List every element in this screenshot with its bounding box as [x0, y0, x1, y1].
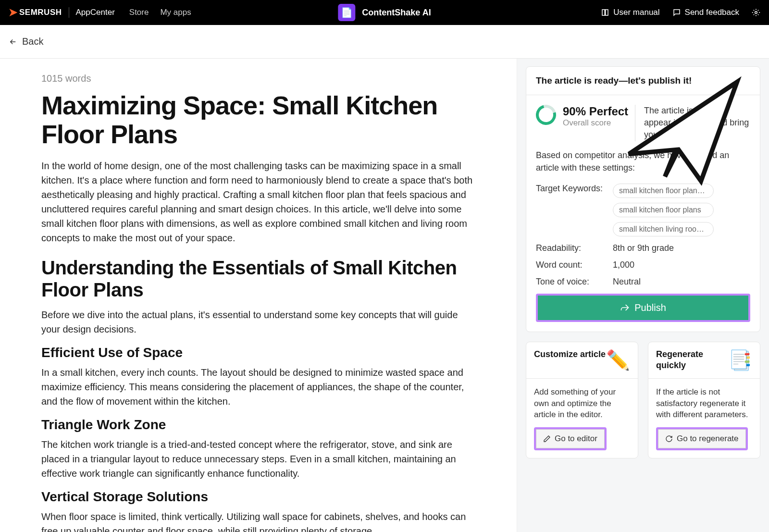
word-count: 1015 words [41, 73, 498, 84]
editor-btn-highlight: Go to editor [534, 427, 607, 450]
chat-icon [672, 8, 681, 17]
divider [69, 7, 69, 18]
keywords-label: Target Keywords: [536, 184, 613, 236]
score-ring-icon [532, 101, 559, 128]
publish-label: Publish [634, 302, 666, 313]
regenerate-body: If the article is not satisfactory regen… [648, 379, 760, 458]
readability-value: 8th or 9th grade [613, 243, 674, 253]
nav-store[interactable]: Store [129, 8, 149, 17]
flame-icon: ➤ [9, 6, 17, 19]
app-name: ContentShake AI [362, 8, 431, 18]
publish-highlight: Publish [536, 294, 750, 322]
regenerate-header: Regenerate quickly 📑 [648, 342, 760, 379]
tone-label: Tone of voice: [536, 277, 613, 287]
regenerate-card: Regenerate quickly 📑 If the article is n… [648, 342, 760, 458]
customize-header: Customize article ✏️ [526, 342, 638, 379]
customize-desc: Add something of your own and optimize t… [534, 386, 630, 421]
book-icon [601, 8, 609, 17]
go-to-regenerate-button[interactable]: Go to regenerate [658, 429, 746, 448]
customize-title: Customize article [534, 349, 606, 360]
gear-icon[interactable] [752, 8, 760, 17]
paper-plane-icon [611, 64, 755, 214]
keyword-tag[interactable]: small kitchen living room … [613, 222, 714, 236]
pages-icon: 📑 [728, 349, 752, 371]
feedback-label: Send feedback [685, 8, 739, 17]
app-icon: 📄 [338, 4, 355, 21]
ready-card: The article is ready—let's publish it! 9… [526, 66, 760, 332]
sidebar: The article is ready—let's publish it! 9… [519, 59, 769, 532]
back-button[interactable]: Back [9, 36, 43, 47]
heading-triangle: Triangle Work Zone [41, 417, 498, 433]
edit-icon [543, 435, 551, 443]
user-manual-link[interactable]: User manual [601, 8, 659, 17]
wordcount-label: Word count: [536, 260, 613, 270]
editor-btn-label: Go to editor [555, 434, 597, 444]
para-4: When floor space is limited, think verti… [41, 509, 474, 532]
arrow-left-icon [9, 37, 17, 46]
tone-value: Neutral [613, 277, 641, 287]
main: 1015 words Maximizing Space: Small Kitch… [0, 59, 769, 532]
appcenter-label: AppCenter [76, 8, 115, 17]
para-2: In a small kitchen, every inch counts. T… [41, 365, 474, 408]
share-arrow-icon [620, 303, 630, 312]
logo[interactable]: ➤ SEMRUSH AppCenter [9, 6, 115, 19]
action-cards: Customize article ✏️ Add something of yo… [526, 342, 760, 458]
heading-vertical: Vertical Storage Solutions [41, 489, 498, 505]
app-badge[interactable]: 📄 ContentShake AI [338, 4, 431, 21]
brand-label: SEMRUSH [19, 8, 62, 17]
readability-row: Readability: 8th or 9th grade [536, 243, 750, 253]
back-label: Back [22, 36, 43, 47]
customize-card: Customize article ✏️ Add something of yo… [526, 342, 638, 458]
go-to-editor-button[interactable]: Go to editor [536, 429, 605, 448]
back-bar: Back [0, 25, 769, 59]
send-feedback-link[interactable]: Send feedback [672, 8, 739, 17]
top-right: User manual Send feedback [601, 8, 760, 17]
article-intro: In the world of home design, one of the … [41, 159, 474, 245]
nav-myapps[interactable]: My apps [160, 8, 191, 17]
article-title: Maximizing Space: Small Kitchen Floor Pl… [41, 91, 498, 149]
customize-body: Add something of your own and optimize t… [526, 379, 638, 458]
ready-header: The article is ready—let's publish it! [526, 67, 760, 95]
regenerate-title: Regenerate quickly [656, 349, 728, 371]
para-3: The kitchen work triangle is a tried-and… [41, 437, 474, 481]
tone-row: Tone of voice: Neutral [536, 277, 750, 287]
para-1: Before we dive into the actual plans, it… [41, 308, 474, 336]
wordcount-value: 1,000 [613, 260, 634, 270]
regen-btn-label: Go to regenerate [677, 434, 739, 444]
svg-point-0 [755, 12, 757, 14]
refresh-icon [665, 435, 673, 443]
regen-btn-highlight: Go to regenerate [656, 427, 748, 450]
pencil-icon: ✏️ [606, 349, 630, 371]
heading-efficient: Efficient Use of Space [41, 345, 498, 360]
wordcount-row: Word count: 1,000 [536, 260, 750, 270]
top-nav: ➤ SEMRUSH AppCenter Store My apps 📄 Cont… [0, 0, 769, 25]
readability-label: Readability: [536, 243, 613, 253]
heading-essentials: Understanding the Essentials of Small Ki… [41, 257, 498, 301]
manual-label: User manual [613, 8, 659, 17]
publish-button[interactable]: Publish [538, 296, 748, 320]
article-content: 1015 words Maximizing Space: Small Kitch… [0, 59, 517, 532]
top-links: Store My apps [129, 8, 191, 17]
regenerate-desc: If the article is not satisfactory regen… [656, 386, 752, 421]
